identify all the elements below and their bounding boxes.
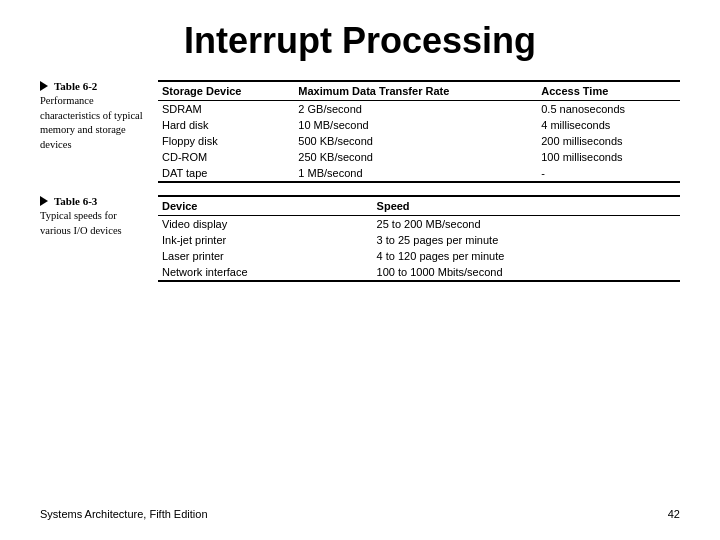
table-cell: Ink-jet printer	[158, 232, 373, 248]
table-cell: 250 KB/second	[294, 149, 537, 165]
table-row: Video display25 to 200 MB/second	[158, 216, 680, 233]
table-cell: CD-ROM	[158, 149, 294, 165]
table6-2-label: Table 6-2 Performance characteristics of…	[40, 80, 150, 153]
table6-2-desc: Performance characteristics of typical m…	[40, 94, 144, 153]
table-row: Ink-jet printer3 to 25 pages per minute	[158, 232, 680, 248]
table-cell: -	[537, 165, 680, 182]
table-cell: 500 KB/second	[294, 133, 537, 149]
table-row: Hard disk10 MB/second4 milliseconds	[158, 117, 680, 133]
table-cell: 3 to 25 pages per minute	[373, 232, 680, 248]
table-cell: Laser printer	[158, 248, 373, 264]
table-cell: 1 MB/second	[294, 165, 537, 182]
footer: Systems Architecture, Fifth Edition 42	[40, 500, 680, 520]
table6-3-desc: Typical speeds for various I/O devices	[40, 209, 144, 238]
table6-3-section: Table 6-3 Typical speeds for various I/O…	[40, 195, 680, 282]
arrow-icon-1	[40, 81, 48, 91]
table-cell: Floppy disk	[158, 133, 294, 149]
table6-3-body: Video display25 to 200 MB/secondInk-jet …	[158, 216, 680, 282]
table6-3: DeviceSpeed Video display25 to 200 MB/se…	[158, 195, 680, 282]
table6-2-section: Table 6-2 Performance characteristics of…	[40, 80, 680, 183]
table-row: Floppy disk500 KB/second200 milliseconds	[158, 133, 680, 149]
table-row: Network interface100 to 1000 Mbits/secon…	[158, 264, 680, 281]
table6-2-col-header: Storage Device	[158, 81, 294, 101]
table6-3-col-header: Speed	[373, 196, 680, 216]
table-cell: 2 GB/second	[294, 101, 537, 118]
slide-title: Interrupt Processing	[40, 20, 680, 62]
table-cell: Network interface	[158, 264, 373, 281]
footer-right: 42	[668, 508, 680, 520]
table6-2-header-row: Storage DeviceMaximum Data Transfer Rate…	[158, 81, 680, 101]
table-cell: 200 milliseconds	[537, 133, 680, 149]
table-cell: DAT tape	[158, 165, 294, 182]
table-cell: Video display	[158, 216, 373, 233]
table-cell: 4 to 120 pages per minute	[373, 248, 680, 264]
table6-3-label: Table 6-3 Typical speeds for various I/O…	[40, 195, 150, 238]
table-cell: 25 to 200 MB/second	[373, 216, 680, 233]
table6-2-col-header: Maximum Data Transfer Rate	[294, 81, 537, 101]
arrow-icon-2	[40, 196, 48, 206]
table6-2-col-header: Access Time	[537, 81, 680, 101]
table-row: CD-ROM250 KB/second100 milliseconds	[158, 149, 680, 165]
table6-2: Storage DeviceMaximum Data Transfer Rate…	[158, 80, 680, 183]
table-cell: 100 to 1000 Mbits/second	[373, 264, 680, 281]
table-cell: 4 milliseconds	[537, 117, 680, 133]
slide: Interrupt Processing Table 6-2 Performan…	[0, 0, 720, 540]
table-cell: 0.5 nanoseconds	[537, 101, 680, 118]
content-area: Table 6-2 Performance characteristics of…	[40, 80, 680, 500]
table6-3-col-header: Device	[158, 196, 373, 216]
table-row: DAT tape1 MB/second-	[158, 165, 680, 182]
table6-3-header-row: DeviceSpeed	[158, 196, 680, 216]
table-cell: SDRAM	[158, 101, 294, 118]
table6-2-title: Table 6-2	[40, 80, 144, 92]
table-row: Laser printer4 to 120 pages per minute	[158, 248, 680, 264]
footer-left: Systems Architecture, Fifth Edition	[40, 508, 208, 520]
table-row: SDRAM2 GB/second0.5 nanoseconds	[158, 101, 680, 118]
table6-3-title: Table 6-3	[40, 195, 144, 207]
table-cell: Hard disk	[158, 117, 294, 133]
table-cell: 10 MB/second	[294, 117, 537, 133]
table6-2-body: SDRAM2 GB/second0.5 nanosecondsHard disk…	[158, 101, 680, 183]
table-cell: 100 milliseconds	[537, 149, 680, 165]
